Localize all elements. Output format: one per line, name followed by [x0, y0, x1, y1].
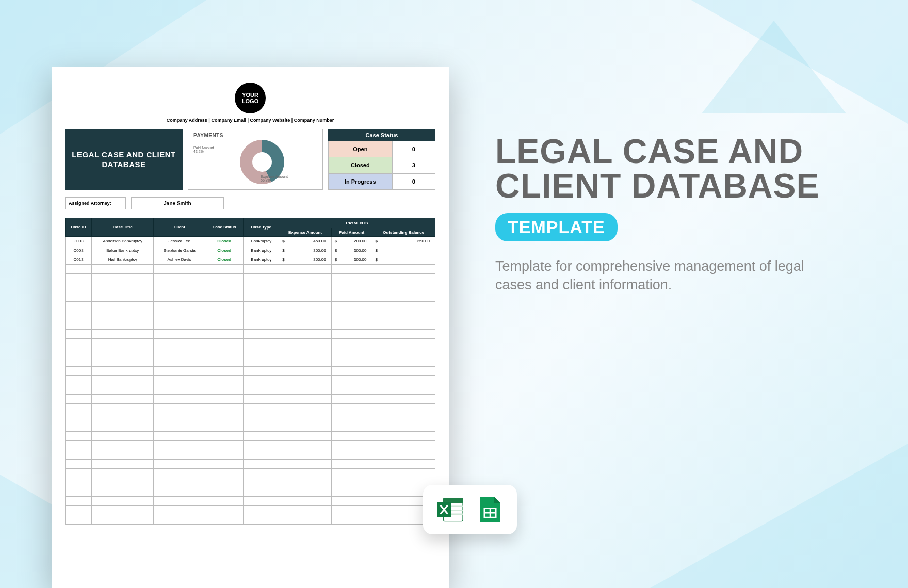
table-row-empty	[66, 413, 435, 422]
table-row-empty	[66, 404, 435, 413]
table-row-empty	[66, 395, 435, 404]
status-row-open: Open 0	[328, 141, 435, 157]
table-row-empty	[66, 339, 435, 348]
table-row-empty	[66, 422, 435, 432]
excel-icon	[434, 494, 465, 525]
col-case-title: Case Title	[92, 218, 154, 237]
case-status-summary: Case Status Open 0 Closed 3 In Progress …	[328, 129, 435, 190]
donut-label-paid: Paid Amount43.2%	[193, 146, 214, 153]
marketing-description: Template for comprehensive management of…	[495, 257, 831, 295]
table-row-empty	[66, 441, 435, 450]
format-icons-box	[423, 485, 517, 534]
table-row-empty	[66, 274, 435, 283]
attorney-row: Assigned Attorney: Jane Smith	[65, 197, 435, 209]
table-row-empty	[66, 497, 435, 506]
table-row-empty	[66, 283, 435, 292]
table-row-empty	[66, 487, 435, 497]
table-row-empty	[66, 357, 435, 367]
table-row-empty	[66, 330, 435, 339]
table-row: C008Baker BankruptcyStephanie GarciaClos…	[66, 246, 435, 255]
table-row-empty	[66, 292, 435, 302]
status-value-closed: 3	[393, 157, 435, 173]
table-row-empty	[66, 376, 435, 385]
attorney-value: Jane Smith	[131, 197, 224, 209]
col-case-status: Case Status	[205, 218, 244, 237]
table-row-empty	[66, 450, 435, 460]
col-payments-group: PAYMENTS	[279, 218, 435, 228]
donut-label-expense: Expense Amount56.8%	[261, 175, 288, 182]
col-expense: Expense Amount	[279, 228, 331, 237]
status-row-inprogress: In Progress 0	[328, 174, 435, 190]
table-row-empty	[66, 367, 435, 376]
table-row-empty	[66, 385, 435, 395]
document-title: LEGAL CASE AND CLIENT DATABASE	[65, 129, 183, 190]
table-row-empty	[66, 302, 435, 311]
status-value-open: 0	[393, 141, 435, 157]
col-case-type: Case Type	[244, 218, 279, 237]
cases-table: Case ID Case Title Client Case Status Ca…	[65, 218, 435, 525]
spreadsheet-preview: YOUR LOGO Company Address | Company Emai…	[52, 67, 449, 588]
table-row-empty	[66, 311, 435, 320]
col-client: Client	[154, 218, 205, 237]
table-row-empty	[66, 265, 435, 274]
status-value-inprogress: 0	[393, 174, 435, 189]
table-body: C003Anderson BankruptcyJessica LeeClosed…	[66, 237, 435, 525]
table-row-empty	[66, 432, 435, 441]
status-label-inprogress: In Progress	[329, 174, 393, 189]
status-row-closed: Closed 3	[328, 157, 435, 173]
table-row-empty	[66, 506, 435, 515]
payments-chart-title: PAYMENTS	[193, 133, 317, 138]
table-row-empty	[66, 515, 435, 525]
attorney-label: Assigned Attorney:	[65, 197, 126, 209]
table-row-empty	[66, 348, 435, 357]
payments-chart-box: PAYMENTS Paid Amount43.2% Expense Amount…	[188, 129, 323, 190]
marketing-title: LEGAL CASE AND CLIENT DATABASE	[495, 134, 831, 204]
table-row-empty	[66, 460, 435, 469]
logo-placeholder: YOUR LOGO	[235, 83, 266, 113]
marketing-panel: LEGAL CASE AND CLIENT DATABASE TEMPLATE …	[495, 134, 831, 295]
status-label-open: Open	[329, 141, 393, 157]
company-info-line: Company Address | Company Email | Compan…	[65, 118, 435, 123]
status-label-closed: Closed	[329, 157, 393, 173]
table-row: C013Hall BankruptcyAshley DavisClosedBan…	[66, 255, 435, 265]
sheets-icon	[475, 494, 506, 525]
table-row-empty	[66, 478, 435, 487]
table-row-empty	[66, 469, 435, 478]
header-row: LEGAL CASE AND CLIENT DATABASE PAYMENTS …	[65, 129, 435, 190]
template-badge: TEMPLATE	[495, 213, 618, 241]
col-case-id: Case ID	[66, 218, 92, 237]
table-row: C003Anderson BankruptcyJessica LeeClosed…	[66, 237, 435, 246]
col-paid: Paid Amount	[331, 228, 372, 237]
col-balance: Outstanding Balance	[372, 228, 435, 237]
table-row-empty	[66, 320, 435, 330]
status-header: Case Status	[328, 129, 435, 141]
